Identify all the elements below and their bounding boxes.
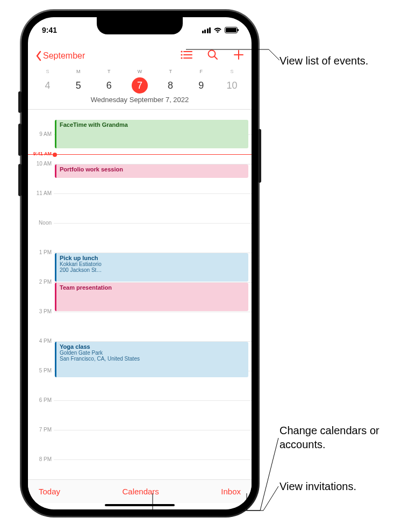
callout-calendars: Change calendars or accounts. bbox=[279, 423, 416, 451]
wifi-icon bbox=[213, 27, 222, 33]
callout-list: View list of events. bbox=[279, 54, 368, 68]
status-time: 9:41 bbox=[42, 26, 57, 34]
notch bbox=[97, 17, 183, 34]
current-time-indicator: 9:41 AM bbox=[28, 154, 252, 155]
callout-lines bbox=[0, 0, 416, 532]
battery-icon bbox=[225, 27, 238, 33]
cellular-icon bbox=[202, 27, 211, 33]
callout-inbox: View invitations. bbox=[279, 479, 356, 493]
current-time-label: 9:41 AM bbox=[28, 151, 52, 156]
status-right bbox=[202, 27, 238, 33]
